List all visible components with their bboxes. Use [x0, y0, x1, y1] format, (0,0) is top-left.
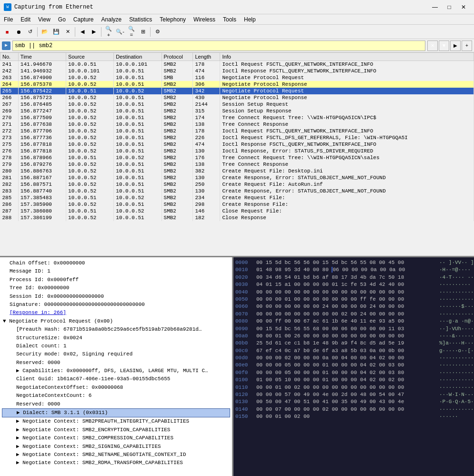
table-cell: 241	[0, 61, 19, 68]
menu-edit[interactable]: Edit	[17, 15, 34, 24]
hex-line: 015000 00 01 00 02 00······	[235, 413, 472, 420]
table-row[interactable]: 278156.87896610.0.0.5110.0.0.52SMB2176Tr…	[0, 154, 474, 161]
table-row[interactable]: 285157.38548310.0.0.5110.0.0.52SMB2234Cr…	[0, 194, 474, 201]
detail-line[interactable]: [Response in: 266]	[2, 309, 230, 317]
save-file-button[interactable]: 💾	[51, 27, 61, 37]
hex-pane[interactable]: 000000 15 5d bc 56 56 00 15 5d bc 56 55 …	[233, 257, 474, 476]
menu-analyze[interactable]: Analyze	[98, 15, 126, 24]
filterbar: ► ✕ ▼ ▶ +	[0, 39, 474, 52]
table-row[interactable]: 272156.87770610.0.0.5210.0.0.51SMB2178Io…	[0, 128, 474, 134]
menu-view[interactable]: View	[34, 15, 54, 24]
zoom-reset-button[interactable]: 🔍=	[126, 27, 137, 37]
close-file-button[interactable]: ✕	[62, 27, 73, 37]
table-row[interactable]: 288157.38619910.0.0.5210.0.0.51SMB2182Cl…	[0, 214, 474, 221]
table-cell: 265	[0, 88, 19, 94]
table-row[interactable]: 265156.87542210.0.0.5110.0.0.52SMB2342Ne…	[0, 88, 474, 94]
zoom-in-button[interactable]: 🔍+	[103, 27, 114, 37]
menu-help[interactable]: Help	[240, 15, 260, 24]
table-row[interactable]: 282156.88757110.0.0.5210.0.0.51SMB2250Cr…	[0, 181, 474, 188]
hex-bytes: 00 15 5d bc 56 56 00 15 5d bc 56 55 08 0…	[256, 259, 437, 266]
minimize-button[interactable]: —	[428, 1, 442, 13]
stop-capture-button[interactable]: ■	[2, 27, 12, 37]
table-row[interactable]: 270156.87750910.0.0.5210.0.0.51SMB2174Tr…	[0, 114, 474, 121]
detail-pane[interactable]: Chain Offset: 0x00000000Message ID: 1Pro…	[0, 257, 233, 476]
table-cell: Ioctl Response FSCTL_QUERY_NETWORK_INTER…	[220, 141, 474, 148]
filter-arrow-button[interactable]: ▶	[450, 41, 461, 51]
table-cell: Create Response, Error: STATUS_OBJECT_NA…	[220, 188, 474, 194]
table-row[interactable]: 287157.38608010.0.0.5110.0.0.52SMB2146Cl…	[0, 208, 474, 214]
packet-tbody: 241141.94667010.0.0.5110.0.0.101SMB2178I…	[0, 61, 474, 222]
filter-apply-icon[interactable]: ►	[2, 41, 10, 50]
table-cell: 156.878966	[18, 154, 66, 161]
table-cell: 130	[193, 148, 220, 154]
filter-expand-button[interactable]: +	[462, 41, 472, 51]
detail-line[interactable]: ▼ Negotiate Protocol Request (0x00)	[2, 317, 230, 325]
detail-line: NegotiateContextCount: 6	[2, 392, 230, 400]
filter-controls: ✕ ▼ ▶ +	[427, 41, 472, 51]
table-cell: 10.0.0.52	[66, 148, 114, 154]
table-row[interactable]: 279156.87927610.0.0.5210.0.0.51SMB2138Tr…	[0, 161, 474, 168]
hex-ascii: ················	[439, 296, 474, 303]
table-row[interactable]: 266156.87572310.0.0.5210.0.0.51SMB2430Ne…	[0, 94, 474, 101]
table-cell: 10.0.0.52	[114, 154, 161, 161]
table-cell: 10.0.0.51	[114, 108, 161, 114]
filter-clear-button[interactable]: ✕	[427, 41, 438, 51]
table-row[interactable]: 276156.87781810.0.0.5210.0.0.51SMB2130Io…	[0, 148, 474, 154]
menu-capture[interactable]: Capture	[70, 15, 98, 24]
col-destination: Destination	[114, 53, 161, 61]
packet-list-scroll[interactable]: No. Time Source Destination Protocol Len…	[0, 52, 474, 257]
back-button[interactable]: ◀	[77, 27, 88, 37]
table-row[interactable]: 283156.88774010.0.0.5210.0.0.51SMB2130Cr…	[0, 188, 474, 194]
table-row[interactable]: 269156.87724710.0.0.5210.0.0.51SMB2315Se…	[0, 108, 474, 114]
menu-go[interactable]: Go	[54, 15, 70, 24]
table-row[interactable]: 273156.87773610.0.0.5210.0.0.51SMB2226Io…	[0, 134, 474, 141]
hex-line: 004000 00 00 00 00 00 00 00 00 00 00 00 …	[235, 289, 472, 296]
table-row[interactable]: 264156.87537810.0.0.5210.0.0.51SMB2306Ne…	[0, 81, 474, 88]
table-cell: 10.0.0.51	[114, 74, 161, 81]
packet-table: No. Time Source Destination Protocol Len…	[0, 52, 474, 221]
menu-statistics[interactable]: Statistics	[125, 15, 156, 24]
table-cell: 10.0.0.51	[66, 208, 114, 214]
forward-button[interactable]: ▶	[89, 27, 99, 37]
table-cell: 276	[0, 148, 19, 154]
table-cell: 138	[193, 121, 220, 128]
table-cell: Negotiate Protocol Response	[220, 94, 474, 101]
table-cell: 10.0.0.51	[114, 114, 161, 121]
hex-offset: 0000	[235, 259, 254, 266]
table-row[interactable]: 271156.87763810.0.0.5210.0.0.51SMB2138Tr…	[0, 121, 474, 128]
menu-file[interactable]: File	[0, 15, 17, 24]
table-cell: 234	[193, 194, 220, 201]
table-row[interactable]: 286157.38590010.0.0.5210.0.0.51SMB2298Cr…	[0, 201, 474, 208]
filter-bookmark-button[interactable]: ▼	[439, 41, 449, 51]
table-row[interactable]: 263156.87490010.0.0.5210.0.0.51SMB116Neg…	[0, 74, 474, 81]
table-row[interactable]: 281156.88716710.0.0.5210.0.0.51SMB2130Cr…	[0, 174, 474, 181]
table-cell: 178	[193, 128, 220, 134]
table-row[interactable]: 275156.87781810.0.0.5210.0.0.51SMB2474Io…	[0, 141, 474, 148]
open-file-button[interactable]: 📂	[40, 27, 50, 37]
restart-capture-button[interactable]: ↺	[25, 27, 35, 37]
filter-input[interactable]	[12, 41, 425, 51]
start-capture-button[interactable]: ⏺	[13, 27, 24, 37]
table-cell: SMB2	[161, 121, 193, 128]
table-cell: 242	[0, 68, 19, 74]
menu-tools[interactable]: Tools	[219, 15, 240, 24]
table-cell: 10.0.0.52	[66, 134, 114, 141]
maximize-button[interactable]: □	[443, 1, 456, 13]
hex-offset: 0140	[235, 406, 254, 413]
table-row[interactable]: 241141.94667010.0.0.5110.0.0.101SMB2178I…	[0, 61, 474, 68]
zoom-out-button[interactable]: 🔍-	[115, 27, 125, 37]
capture-options-button[interactable]: ⚙	[152, 27, 163, 37]
hex-offset: 0100	[235, 376, 254, 384]
table-cell: 10.0.0.52	[66, 74, 114, 81]
table-cell: 10.0.0.51	[114, 181, 161, 188]
table-row[interactable]: 267156.87648510.0.0.5210.0.0.51SMB22144S…	[0, 101, 474, 108]
detail-line: ▶ Negotiate Context: SMB2_COMPRESSION_CA…	[2, 434, 230, 442]
resize-columns-button[interactable]: ⊞	[138, 27, 148, 37]
menu-telephony[interactable]: Telephony	[156, 15, 190, 24]
table-row[interactable]: 280156.88676310.0.0.5210.0.0.51SMB2382Cr…	[0, 168, 474, 174]
hex-ascii: ·P·G·Q·A·5·I·C·N	[439, 398, 474, 405]
hex-offset: 00f0	[235, 369, 254, 376]
menu-wireless[interactable]: Wireless	[190, 15, 219, 24]
table-row[interactable]: 242141.94693210.0.0.10110.0.0.51SMB2474I…	[0, 68, 474, 74]
close-button[interactable]: ✕	[457, 1, 470, 13]
